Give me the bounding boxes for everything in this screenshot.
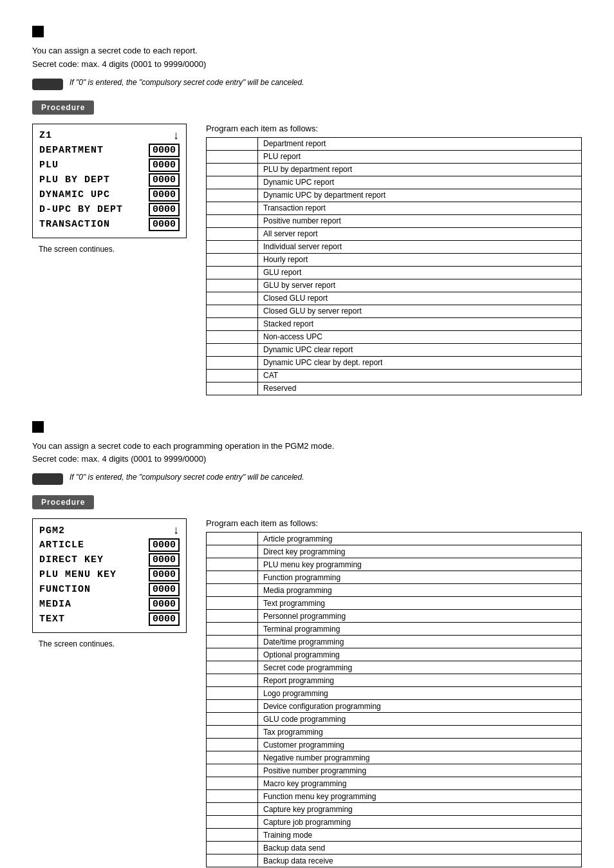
table-row: Dynamic UPC report: [207, 176, 582, 189]
table-row: Dynamic UPC clear by dept. report: [207, 356, 582, 369]
empty-cell: [207, 713, 258, 726]
report-item-label: Dynamic UPC report: [258, 176, 582, 189]
table-row: Capture key programming: [207, 803, 582, 816]
empty-cell: [207, 533, 258, 545]
report-item-label: Capture key programming: [258, 803, 582, 816]
screen-label-plu: PLU: [39, 160, 59, 171]
empty-cell: [207, 571, 258, 584]
section-1-program-label: Program each item as follows:: [206, 124, 582, 133]
report-item-label: Transaction report: [258, 202, 582, 214]
report-item-label: Terminal programming: [258, 623, 582, 636]
screen-arrow-z1: ↓: [172, 129, 180, 142]
table-row: Backup data send: [207, 842, 582, 854]
section-2-screen-continues: The screen continues.: [32, 639, 187, 648]
table-row: Transaction report: [207, 202, 582, 214]
report-item-label: Backup data send: [258, 842, 582, 854]
table-row: GLU code programming: [207, 713, 582, 726]
empty-cell: [207, 202, 258, 214]
section-1-screen: Z1 ↓ DEPARTMENT 0000 PLU 0000 PLU BY DEP…: [32, 124, 187, 238]
empty-cell: [207, 584, 258, 597]
section-1-note-text: If "0" is entered, the "compulsory secre…: [70, 78, 304, 87]
report-item-label: Direct key programming: [258, 545, 582, 558]
section-1-right: Program each item as follows: Department…: [206, 124, 582, 395]
report-item-label: Positive number programming: [258, 764, 582, 777]
screen-row-department: DEPARTMENT 0000: [39, 144, 180, 157]
table-row: Logo programming: [207, 687, 582, 700]
table-row: Reserved: [207, 382, 582, 395]
empty-cell: [207, 343, 258, 356]
report-item-label: GLU by server report: [258, 279, 582, 292]
table-row: PLU menu key programming: [207, 558, 582, 571]
report-item-label: Non-access UPC: [258, 330, 582, 343]
section-1-content-row: Z1 ↓ DEPARTMENT 0000 PLU 0000 PLU BY DEP…: [32, 124, 582, 395]
section-1-procedure-label: Procedure: [32, 100, 94, 115]
report-item-label: Department report: [258, 137, 582, 150]
empty-cell: [207, 648, 258, 661]
report-item-label: Function menu key programming: [258, 790, 582, 803]
section-2-report-table: Article programmingDirect key programmin…: [206, 532, 582, 867]
section-1-left: Z1 ↓ DEPARTMENT 0000 PLU 0000 PLU BY DEP…: [32, 124, 187, 254]
table-row: Macro key programming: [207, 777, 582, 790]
screen-row-d-upc-by-dept: D-UPC BY DEPT 0000: [39, 203, 180, 216]
report-item-label: Article programming: [258, 533, 582, 545]
table-row: Optional programming: [207, 648, 582, 661]
screen-label-z1: Z1: [39, 130, 52, 141]
table-row: Direct key programming: [207, 545, 582, 558]
screen-value-plu: 0000: [149, 158, 180, 172]
table-row: Secret code programming: [207, 661, 582, 674]
table-row: Closed GLU report: [207, 292, 582, 305]
empty-cell: [207, 597, 258, 610]
screen-label-department: DEPARTMENT: [39, 145, 104, 156]
empty-cell: [207, 163, 258, 176]
table-row: Backup data receive: [207, 854, 582, 867]
report-item-label: Dynamic UPC by department report: [258, 189, 582, 202]
screen-row-transaction: TRANSACTION 0000: [39, 218, 180, 231]
table-row: Capture job programming: [207, 816, 582, 829]
empty-cell: [207, 330, 258, 343]
report-item-label: Secret code programming: [258, 661, 582, 674]
report-item-label: Tax programming: [258, 726, 582, 739]
section-2-program-label: Program each item as follows:: [206, 518, 582, 528]
table-row: Stacked report: [207, 317, 582, 330]
screen-row-z1: Z1 ↓: [39, 129, 180, 142]
table-row: CAT: [207, 369, 582, 382]
empty-cell: [207, 150, 258, 163]
section-1: You can assign a secret code to each rep…: [32, 26, 582, 395]
screen-label-transaction: TRANSACTION: [39, 219, 110, 230]
section-1-desc-line2: Secret code: max. 4 digits (0001 to 9999…: [32, 59, 206, 69]
screen-row-plu: PLU 0000: [39, 158, 180, 172]
section-2-left: PGM2 ↓ ARTICLE 0000 DIRECT KEY 0000 PLU …: [32, 518, 187, 648]
screen-row-plu-by-dept: PLU BY DEPT 0000: [39, 173, 180, 187]
empty-cell: [207, 764, 258, 777]
screen-value-media: 0000: [149, 598, 180, 611]
report-item-label: Device configuration programming: [258, 700, 582, 713]
section-2-screen: PGM2 ↓ ARTICLE 0000 DIRECT KEY 0000 PLU …: [32, 518, 187, 633]
screen-label-plu-by-dept: PLU BY DEPT: [39, 175, 110, 185]
table-row: Date/time programming: [207, 636, 582, 648]
table-row: Dynamic UPC clear report: [207, 343, 582, 356]
table-row: Closed GLU by server report: [207, 305, 582, 317]
section-1-note-bar: If "0" is entered, the "compulsory secre…: [32, 78, 582, 90]
screen-label-direct-key: DIRECT KEY: [39, 554, 104, 565]
table-row: Dynamic UPC by department report: [207, 189, 582, 202]
report-item-label: Customer programming: [258, 739, 582, 751]
screen-label-text: TEXT: [39, 614, 65, 625]
table-row: Training mode: [207, 829, 582, 842]
empty-cell: [207, 382, 258, 395]
section-2-desc-line2: Secret code: max. 4 digits (0001 to 9999…: [32, 454, 206, 464]
table-row: Terminal programming: [207, 623, 582, 636]
report-item-label: PLU by department report: [258, 163, 582, 176]
screen-label-media: MEDIA: [39, 599, 71, 610]
table-row: Tax programming: [207, 726, 582, 739]
report-item-label: Report programming: [258, 674, 582, 687]
table-row: Positive number programming: [207, 764, 582, 777]
section-2-right: Program each item as follows: Article pr…: [206, 518, 582, 867]
empty-cell: [207, 279, 258, 292]
empty-cell: [207, 751, 258, 764]
empty-cell: [207, 636, 258, 648]
table-row: Article programming: [207, 533, 582, 545]
screen-row-plu-menu-key: PLU MENU KEY 0000: [39, 568, 180, 581]
table-row: Device configuration programming: [207, 700, 582, 713]
screen-row-media: MEDIA 0000: [39, 598, 180, 611]
empty-cell: [207, 661, 258, 674]
